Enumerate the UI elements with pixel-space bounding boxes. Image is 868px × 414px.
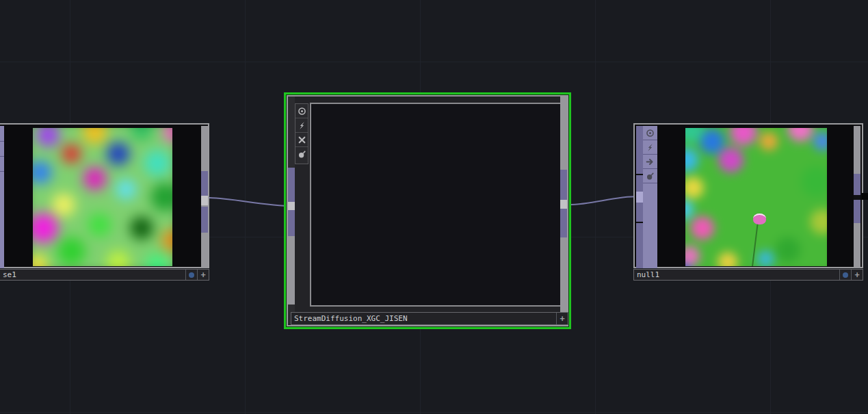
bypass-flag[interactable] [643,140,657,155]
node-streamdiffusion[interactable]: StreamDiffusion_XGC_JISEN + [284,92,571,329]
node-viewer-empty[interactable] [310,103,564,307]
input-connector[interactable] [636,192,643,203]
x-icon [298,135,306,144]
wire-left-to-center[interactable] [209,198,293,206]
offscreen-wire-stub [862,193,868,200]
expand-parameters-button[interactable]: + [197,270,209,280]
rail-divider [636,222,643,223]
rail-divider [636,174,643,175]
plus-icon: + [560,315,564,323]
network-canvas[interactable]: se1 + [0,0,868,414]
cook-flag[interactable] [295,147,308,161]
node-name-label[interactable]: StreamDiffusion_XGC_JISEN [291,313,556,324]
expand-parameters-button[interactable]: + [851,270,863,280]
viewer-active-dot-icon [843,272,848,278]
viewer-flag-icon [646,129,655,138]
bypass-flag[interactable] [295,118,308,133]
node-name-label[interactable]: null1 [634,270,839,280]
viewer-toggle-button[interactable] [185,270,197,280]
bomb-icon [646,172,655,181]
output-connector[interactable] [201,196,208,205]
flag-column-cut[interactable] [0,126,4,268]
rail-track [288,236,295,305]
output-connector-block[interactable] [854,200,860,223]
flower-preview-image[interactable] [685,128,827,266]
viewer-flag[interactable] [643,126,657,140]
flag-column [295,103,308,164]
node-name-label[interactable]: se1 [0,270,185,280]
output-connector-block[interactable] [854,174,860,195]
flag-column [643,126,657,268]
wire-center-to-right[interactable] [568,196,639,205]
plus-icon: + [200,271,205,279]
output-connector-block[interactable] [560,170,567,200]
output-rail [854,126,860,268]
viewer-flag[interactable] [295,104,308,118]
output-connector-block[interactable] [201,171,208,196]
node-frame: StreamDiffusion_XGC_JISEN + [287,95,568,326]
expand-parameters-button[interactable]: + [556,313,568,324]
node-se1[interactable]: se1 + [0,123,209,281]
output-rail [560,96,567,324]
input-connector-block[interactable] [288,168,295,202]
output-connector-block[interactable] [560,209,567,237]
arrow-right-icon [646,157,655,166]
output-rail [201,126,208,268]
input-connector-block[interactable] [288,210,295,236]
node-name-bar[interactable]: null1 + [633,269,863,281]
plus-icon: + [854,271,859,279]
flower-blossom [753,214,766,224]
node-name-bar[interactable]: StreamDiffusion_XGC_JISEN + [291,312,568,325]
bokeh-texture [685,128,827,266]
noise-texture [33,128,172,266]
viewer-flag-icon [298,107,306,116]
input-rail [636,126,643,268]
lightning-bolt-icon [646,143,655,152]
node-name-bar[interactable]: se1 + [0,269,209,281]
bomb-icon [298,150,306,159]
rail-gap [854,195,860,200]
export-flag[interactable] [643,155,657,169]
node-null1[interactable]: null1 + [633,123,863,281]
viewer-toggle-button[interactable] [839,270,851,280]
node-viewer[interactable] [0,123,209,268]
cook-flag[interactable] [643,169,657,183]
lightning-bolt-icon [298,121,306,130]
input-rail [288,96,295,324]
node-viewer[interactable] [633,123,863,268]
output-connector-block[interactable] [201,207,208,233]
input-connector[interactable] [288,202,295,210]
noise-preview-image[interactable] [33,128,172,266]
close-flag[interactable] [295,133,308,147]
output-connector[interactable] [560,200,567,209]
viewer-active-dot-icon [189,272,194,278]
